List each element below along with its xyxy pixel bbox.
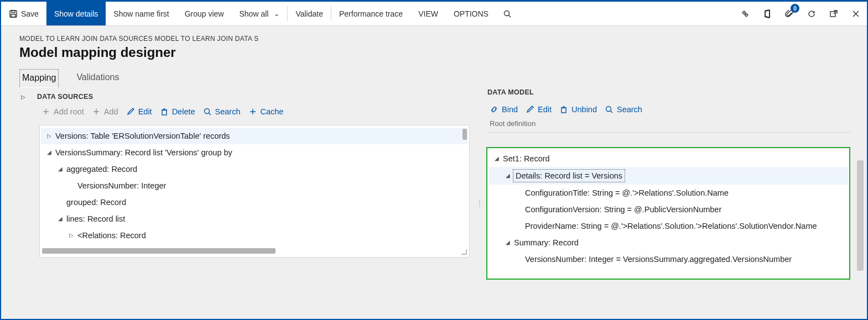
add-root-label: Add root [54,107,84,116]
add-root-button[interactable]: Add root [41,107,84,116]
data-model-column: DATA MODEL Bind Edit Unbind Search Root … [480,87,867,319]
tree-row[interactable]: ▷Versions: Table 'ERSolutionVersionTable… [41,128,468,144]
show-name-first-button[interactable]: Show name first [106,2,176,25]
tree-row[interactable]: ◢aggregated: Record [41,161,468,177]
tree-row[interactable]: ◢Details: Record list = Versions [488,167,848,185]
add-label: Add [104,107,118,116]
tab-strip: Mapping Validations [1,65,867,87]
data-model-tree-panel: ◢Set1: Record◢Details: Record list = Ver… [486,147,850,280]
dm-edit-button[interactable]: Edit [526,105,552,114]
chevron-down-icon[interactable]: ◢ [56,213,64,225]
tree-row[interactable]: ◢Set1: Record [488,150,848,167]
tree-label: <Relations: Record [76,229,147,242]
group-view-button[interactable]: Group view [177,2,232,25]
edit-button[interactable]: Edit [126,107,152,116]
refresh-button[interactable] [801,2,823,25]
tree-label: ConfigurationTitle: String = @.'>Relatio… [524,187,730,199]
dm-search-button[interactable]: Search [605,105,642,114]
options-menu[interactable]: OPTIONS [446,2,496,25]
cache-label: Cache [261,107,284,116]
show-all-dropdown[interactable]: Show all [232,2,288,25]
tree-row[interactable]: ProviderName: String = @.'>Relations'.So… [488,218,848,234]
unbind-button[interactable]: Unbind [559,105,597,114]
data-sources-tree: ▷Versions: Table 'ERSolutionVersionTable… [40,125,469,246]
cache-button[interactable]: Cache [248,107,284,116]
panel-scrollbar[interactable] [857,160,864,271]
close-button[interactable] [845,2,867,25]
save-button[interactable]: Save [1,2,46,25]
chevron-down-icon[interactable]: ◢ [45,146,53,159]
root-definition-label: Root definition [490,119,850,128]
horizontal-scrollbar[interactable] [42,248,467,254]
chevron-right-icon[interactable]: ▷ [67,229,75,242]
svg-point-3 [504,11,509,15]
scrollbar-thumb[interactable] [857,160,864,271]
add-button[interactable]: Add [92,107,118,116]
tree-row[interactable]: ◢Summary: Record [488,234,848,251]
svg-rect-20 [562,108,566,113]
page-title: Model mapping designer [19,45,851,60]
tree-row[interactable]: ConfigurationVersion: String = @.PublicV… [488,201,848,218]
vertical-scrollbar[interactable] [462,129,467,140]
breadcrumb: MODEL TO LEARN JOIN DATA SOURCES MODEL T… [19,35,851,43]
tree-row[interactable]: VersionsNumber: Integer = VersionsSummar… [488,251,848,267]
show-details-button[interactable]: Show details [46,2,106,25]
tab-validations[interactable]: Validations [74,69,121,87]
resize-handle[interactable] [460,248,468,256]
tree-row[interactable]: ConfigurationTitle: String = @.'>Relatio… [488,185,848,201]
chevron-right-icon[interactable]: ▷ [45,130,53,142]
view-label: VIEW [418,9,438,18]
validate-button[interactable]: Validate [288,2,331,25]
trash-icon [559,105,568,114]
edit-label: Edit [138,107,152,116]
attachments-button[interactable]: 0 [778,2,801,25]
tree-row[interactable]: ◢lines: Record list [41,211,468,227]
tree-label: ProviderName: String = @.'>Relations'.So… [524,220,818,232]
connector-icon-button[interactable] [734,2,756,25]
performance-trace-button[interactable]: Performance trace [331,2,410,25]
chevron-down-icon[interactable]: ◢ [504,170,512,182]
tree-label: Set1: Record [502,153,551,165]
toolbar-search-button[interactable] [496,2,518,25]
data-sources-tree-panel: ▷Versions: Table 'ERSolutionVersionTable… [39,125,470,258]
search-button[interactable]: Search [203,107,241,116]
spacer [518,2,734,25]
close-icon [851,9,860,18]
svg-point-23 [606,107,611,112]
tree-row[interactable]: ▷<Relations: Record [41,227,468,244]
data-model-heading: DATA MODEL [487,88,850,96]
tree-label: VersionsNumber: Integer [76,180,167,192]
chevron-down-icon[interactable]: ◢ [504,237,512,249]
svg-rect-13 [162,110,167,115]
tree-label: Details: Record list = Versions [513,169,625,182]
attachments-badge: 0 [791,4,799,13]
tree-row[interactable]: grouped: Record [41,194,468,211]
tree-label: ConfigurationVersion: String = @.PublicV… [524,203,723,216]
plus-icon [92,107,101,116]
validate-label: Validate [295,9,323,18]
svg-line-17 [209,113,211,116]
tree-label: aggregated: Record [65,163,138,175]
chevron-down-icon[interactable]: ◢ [56,163,64,175]
data-sources-heading: DATA SOURCES [37,93,93,101]
view-menu[interactable]: VIEW [410,2,446,25]
svg-rect-2 [11,14,15,17]
performance-trace-label: Performance trace [339,9,403,18]
tree-row[interactable]: VersionsNumber: Integer [41,177,468,194]
plus-icon [248,107,257,116]
show-all-label: Show all [240,9,269,18]
svg-point-16 [204,109,209,114]
office-icon [763,9,772,18]
delete-button[interactable]: Delete [160,107,195,116]
office-icon-button[interactable] [756,2,778,25]
main-area: ▷ DATA SOURCES Add root Add Edit Delete [1,87,867,319]
chevron-down-icon[interactable]: ◢ [493,153,501,165]
tree-row[interactable]: ◢VersionsSummary: Record list 'Versions'… [41,144,468,161]
popout-button[interactable] [823,2,845,25]
scrollbar-thumb[interactable] [42,248,276,254]
data-model-tree: ◢Set1: Record◢Details: Record list = Ver… [487,148,849,270]
tab-mapping[interactable]: Mapping [19,69,59,88]
bind-button[interactable]: Bind [490,105,518,114]
data-source-types-expander[interactable]: ▷ [19,94,27,100]
refresh-icon [807,9,816,18]
